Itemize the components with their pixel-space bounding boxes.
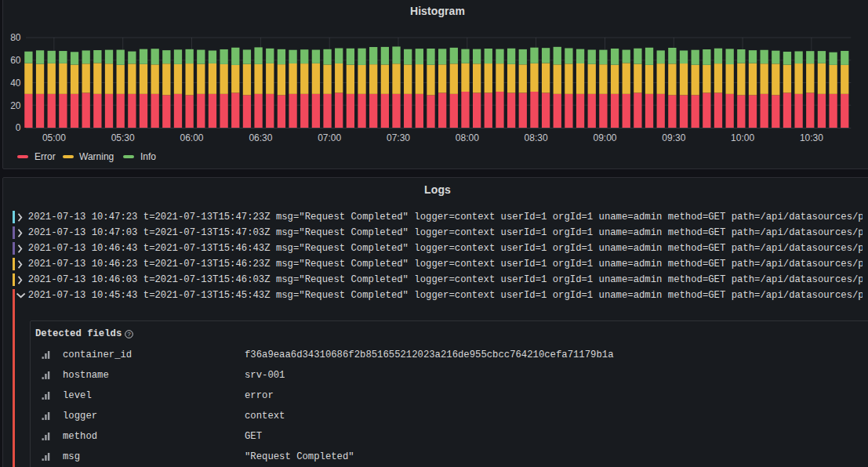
svg-text:06:30: 06:30 <box>249 132 272 143</box>
svg-text:08:00: 08:00 <box>456 132 479 143</box>
svg-text:09:00: 09:00 <box>593 132 616 143</box>
svg-text:80: 80 <box>10 32 21 43</box>
svg-text:10:00: 10:00 <box>731 132 754 143</box>
svg-text:06:00: 06:00 <box>180 132 203 143</box>
svg-text:10:30: 10:30 <box>800 132 823 143</box>
svg-text:09:30: 09:30 <box>662 132 685 143</box>
svg-text:07:30: 07:30 <box>387 132 410 143</box>
svg-text:20: 20 <box>10 100 21 111</box>
svg-text:60: 60 <box>10 55 21 66</box>
svg-text:0: 0 <box>16 122 21 133</box>
svg-text:40: 40 <box>10 78 21 89</box>
svg-text:?: ? <box>127 331 131 338</box>
svg-text:05:30: 05:30 <box>111 132 135 143</box>
svg-text:05:00: 05:00 <box>42 132 66 143</box>
svg-text:08:30: 08:30 <box>525 132 548 143</box>
svg-text:07:00: 07:00 <box>318 132 341 143</box>
